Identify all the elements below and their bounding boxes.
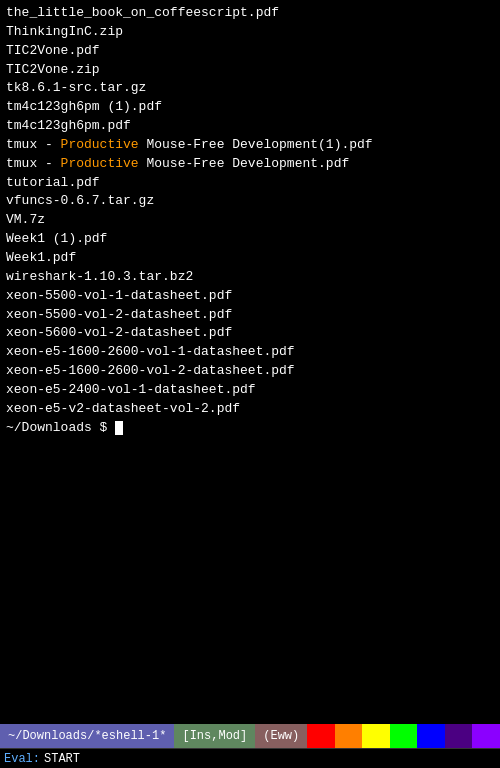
status-extra: (Eww) — [255, 724, 307, 748]
list-item: tmux - Productive Mouse-Free Development… — [6, 136, 494, 155]
list-item: VM.7z — [6, 211, 494, 230]
list-item: Week1.pdf — [6, 249, 494, 268]
status-mode: [Ins,Mod] — [174, 724, 255, 748]
eval-label: Eval: — [4, 752, 40, 766]
list-item: Week1 (1).pdf — [6, 230, 494, 249]
eval-value: START — [44, 752, 80, 766]
list-item: the_little_book_on_coffeescript.pdf — [6, 4, 494, 23]
list-item: tmux - Productive Mouse-Free Development… — [6, 155, 494, 174]
prompt-line[interactable]: ~/Downloads $ — [6, 419, 494, 438]
terminal-area: the_little_book_on_coffeescript.pdfThink… — [0, 0, 500, 724]
list-item: xeon-5500-vol-1-datasheet.pdf — [6, 287, 494, 306]
cursor — [115, 421, 123, 435]
list-item: tk8.6.1-src.tar.gz — [6, 79, 494, 98]
status-rainbow — [307, 724, 500, 748]
list-item: TIC2Vone.pdf — [6, 42, 494, 61]
prompt-text: ~/Downloads $ — [6, 419, 115, 438]
list-item: xeon-e5-1600-2600-vol-1-datasheet.pdf — [6, 343, 494, 362]
list-item: xeon-e5-1600-2600-vol-2-datasheet.pdf — [6, 362, 494, 381]
list-item: vfuncs-0.6.7.tar.gz — [6, 192, 494, 211]
list-item: TIC2Vone.zip — [6, 61, 494, 80]
status-bar: ~/Downloads/*eshell-1* [Ins,Mod] (Eww) — [0, 724, 500, 748]
eval-bar: Eval: START — [0, 748, 500, 768]
list-item: xeon-e5-v2-datasheet-vol-2.pdf — [6, 400, 494, 419]
list-item: tutorial.pdf — [6, 174, 494, 193]
list-item: xeon-e5-2400-vol-1-datasheet.pdf — [6, 381, 494, 400]
status-path: ~/Downloads/*eshell-1* — [0, 724, 174, 748]
list-item: wireshark-1.10.3.tar.bz2 — [6, 268, 494, 287]
list-item: xeon-5500-vol-2-datasheet.pdf — [6, 306, 494, 325]
list-item: ThinkingInC.zip — [6, 23, 494, 42]
list-item: tm4c123gh6pm (1).pdf — [6, 98, 494, 117]
list-item: xeon-5600-vol-2-datasheet.pdf — [6, 324, 494, 343]
list-item: tm4c123gh6pm.pdf — [6, 117, 494, 136]
